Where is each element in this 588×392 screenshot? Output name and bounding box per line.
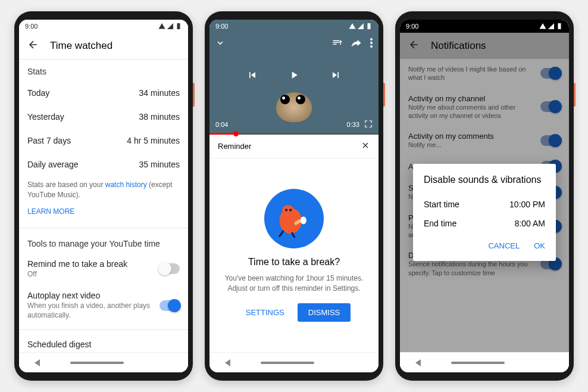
svg-point-4 (282, 205, 294, 217)
stat-row: Daily average35 minutes (19, 153, 188, 176)
page-header: Time watched (19, 33, 188, 60)
svg-point-5 (285, 209, 287, 211)
status-icons (158, 23, 182, 30)
video-time-current: 0:04 (215, 121, 228, 128)
next-icon[interactable] (330, 69, 342, 83)
ok-button[interactable]: OK (534, 241, 545, 250)
status-bar: 9:00 (209, 20, 379, 33)
break-reminder-panel: Time to take a break? You've been watchi… (209, 158, 379, 352)
stat-row: Today34 minutes (19, 81, 188, 105)
status-time: 9:00 (25, 23, 37, 30)
learn-more-link[interactable]: LEARN MORE (19, 204, 188, 224)
nav-home-icon[interactable] (70, 362, 124, 364)
remind-break-setting[interactable]: Remind me to take a breakOff (19, 253, 188, 285)
video-progress-bar[interactable] (209, 133, 379, 135)
divider (19, 228, 188, 228)
svg-point-2 (370, 45, 373, 48)
phone-3: 9:00 Notifications Notify me of videos I… (395, 11, 574, 381)
page-title: Time watched (50, 40, 112, 52)
android-nav-bar (209, 352, 379, 372)
status-icons (539, 23, 563, 30)
status-bar: 9:00 (400, 20, 569, 33)
phone-side-button (574, 83, 576, 107)
android-nav-bar (400, 352, 569, 372)
watch-history-link[interactable]: watch history (105, 181, 147, 189)
dialog-title: Disable sounds & vibrations (424, 175, 545, 185)
nav-back-icon[interactable] (35, 359, 40, 366)
android-nav-bar (19, 352, 188, 372)
status-icons (349, 23, 373, 30)
share-icon[interactable] (351, 38, 362, 51)
play-icon[interactable] (288, 69, 300, 83)
stat-row: Past 7 days4 hr 5 minutes (19, 129, 188, 153)
svg-point-0 (370, 38, 373, 41)
nav-home-icon[interactable] (451, 362, 505, 364)
video-player[interactable]: 0:04 0:33 (209, 20, 379, 133)
phone-1: 9:00 Time watched Stats Today34 minutes … (14, 11, 193, 381)
phone-side-button (193, 83, 195, 107)
stats-note: Stats are based on your watch history (e… (19, 176, 188, 204)
more-icon[interactable] (370, 38, 373, 50)
nav-back-icon[interactable] (225, 359, 230, 366)
status-time: 9:00 (406, 23, 418, 30)
autoplay-setting[interactable]: Autoplay next videoWhen you finish a vid… (19, 285, 188, 326)
svg-point-6 (289, 209, 292, 211)
video-thumbnail (267, 80, 321, 122)
svg-point-7 (301, 217, 306, 225)
reminder-bar: Reminder (209, 135, 379, 158)
divider (19, 329, 188, 330)
nav-home-icon[interactable] (261, 362, 314, 364)
stat-row: Yesterday38 minutes (19, 105, 188, 129)
video-time-total: 0:33 (347, 121, 359, 128)
break-title: Time to take a break? (248, 257, 340, 267)
dismiss-button[interactable]: DISMISS (298, 303, 351, 322)
svg-point-1 (370, 42, 373, 44)
phone-2: 9:00 (205, 11, 383, 381)
prev-icon[interactable] (246, 69, 258, 83)
settings-button[interactable]: SETTINGS (237, 303, 293, 322)
cancel-button[interactable]: CANCEL (488, 241, 520, 250)
start-time-row[interactable]: Start time10:00 PM (424, 195, 545, 214)
stats-section-title: Stats (19, 60, 188, 81)
reminder-label: Reminder (218, 142, 251, 151)
autoplay-toggle[interactable] (159, 300, 180, 311)
fullscreen-icon[interactable] (364, 120, 373, 129)
back-icon[interactable] (27, 39, 39, 53)
playlist-add-icon[interactable] (332, 38, 343, 51)
end-time-row[interactable]: End time8:00 AM (424, 214, 545, 233)
tools-section-title: Tools to manage your YouTube time (19, 232, 188, 253)
remind-toggle[interactable] (159, 263, 180, 274)
phone-side-button (383, 83, 385, 107)
scheduled-digest-setting[interactable]: Scheduled digest (19, 334, 188, 349)
status-bar: 9:00 (19, 20, 188, 33)
status-time: 9:00 (215, 23, 228, 30)
break-subtitle: You've been watching for 1hour 15 minute… (225, 273, 364, 294)
disable-sounds-dialog: Disable sounds & vibrations Start time10… (413, 164, 556, 261)
collapse-icon[interactable] (215, 38, 225, 50)
break-illustration (264, 189, 324, 248)
close-icon[interactable] (361, 141, 370, 152)
nav-back-icon[interactable] (415, 359, 421, 366)
